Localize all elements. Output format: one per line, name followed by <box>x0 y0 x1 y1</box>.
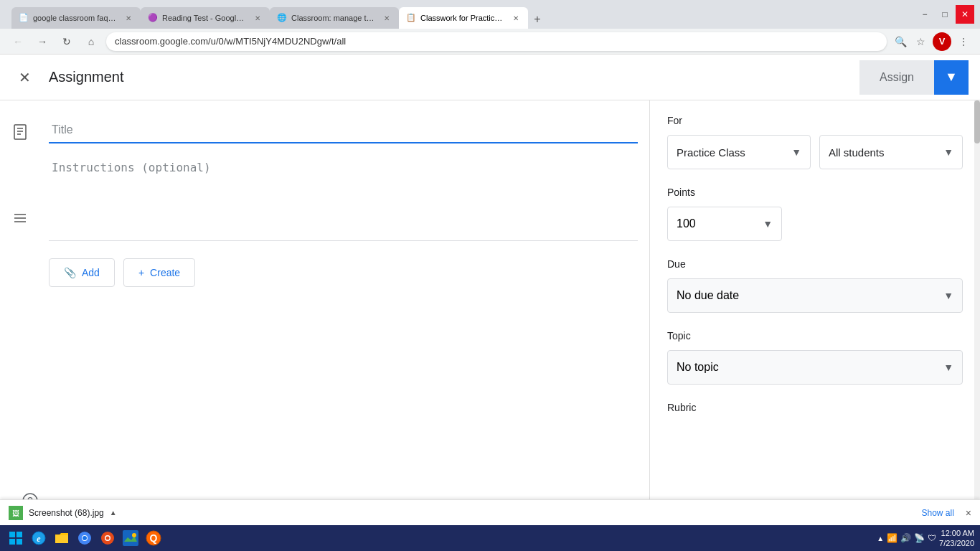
svg-rect-14 <box>17 539 22 545</box>
tabs-bar: 📄 google classroom faqs article.do ✕ 🟣 R… <box>11 0 913 29</box>
tab-1[interactable]: 📄 google classroom faqs article.do ✕ <box>11 7 141 29</box>
header-actions: Assign ▼ <box>859 60 969 95</box>
due-label: Due <box>667 258 963 270</box>
class-select[interactable]: Practice Class ▼ <box>667 135 811 169</box>
address-icons: 🔍 ☆ V ⋮ <box>892 32 971 51</box>
for-label: For <box>667 115 963 126</box>
add-button[interactable]: 📎 Add <box>49 258 115 287</box>
tray-network-icon: 📶 <box>887 533 897 543</box>
points-dropdown-arrow-icon: ▼ <box>763 218 773 230</box>
svg-rect-11 <box>9 532 15 537</box>
download-filename: Screenshot (68).jpg <box>29 508 104 518</box>
taskbar-tray: ▲ 📶 🔊 📡 🛡 12:00 AM 7/23/2020 <box>877 528 974 549</box>
download-close-button[interactable]: × <box>966 507 971 519</box>
action-buttons: 📎 Add + Create <box>49 253 638 293</box>
list-icon <box>6 204 34 232</box>
tray-signal-icon: 📡 <box>914 533 925 543</box>
new-tab-button[interactable]: + <box>528 10 547 29</box>
svg-point-23 <box>106 537 110 540</box>
start-button[interactable] <box>6 528 26 548</box>
address-bar: ← → ↻ ⌂ 🔍 ☆ V ⋮ <box>0 29 980 55</box>
show-all-button[interactable]: Show all <box>921 508 953 518</box>
svg-rect-13 <box>9 539 15 545</box>
menu-icon[interactable]: ⋮ <box>956 34 971 50</box>
tab-2[interactable]: 🟣 Reading Test - Google Forms ✕ <box>141 7 270 29</box>
landscape-icon[interactable] <box>121 528 141 548</box>
tray-hide-icon[interactable]: ▲ <box>877 534 884 542</box>
address-input[interactable] <box>106 32 887 51</box>
tab1-close[interactable]: ✕ <box>123 13 133 23</box>
tab-4[interactable]: 📋 Classwork for Practice Class ✕ <box>399 7 528 29</box>
right-panel: For Practice Class ▼ All students ▼ <box>650 100 980 525</box>
quicktime-icon[interactable]: Q <box>143 528 164 548</box>
tab3-title: Classroom: manage teaching an... <box>291 14 377 22</box>
title-input[interactable] <box>49 118 638 143</box>
tab-3[interactable]: 🌐 Classroom: manage teaching an... ✕ <box>270 7 399 29</box>
rubric-section: Rubric <box>667 402 963 413</box>
tab4-close[interactable]: ✕ <box>511 13 521 23</box>
taskbar-start: e <box>6 528 164 548</box>
close-window-button[interactable]: ✕ <box>956 5 974 24</box>
topic-select[interactable]: No topic ▼ <box>667 350 963 385</box>
svg-text:Q: Q <box>150 532 158 544</box>
tab1-title: google classroom faqs article.do <box>33 14 119 22</box>
svg-rect-17 <box>55 535 68 543</box>
minimize-button[interactable]: − <box>915 5 934 24</box>
class-value: Practice Class <box>677 146 745 159</box>
refresh-button[interactable]: ↻ <box>57 32 76 51</box>
home-button[interactable]: ⌂ <box>82 32 100 51</box>
left-panel: 📎 Add + Create <box>0 100 650 525</box>
svg-text:e: e <box>37 534 41 544</box>
folder-icon[interactable] <box>52 528 72 548</box>
scroll-thumb <box>974 100 980 143</box>
bookmark-icon[interactable]: ☆ <box>913 34 928 50</box>
rubric-label: Rubric <box>667 402 963 413</box>
search-icon[interactable]: 🔍 <box>892 34 908 50</box>
paperclip-icon: 📎 <box>64 267 76 278</box>
forward-button[interactable]: → <box>33 32 52 51</box>
points-select[interactable]: 100 ▼ <box>667 207 782 241</box>
due-value: No due date <box>677 289 739 302</box>
scrollbar[interactable] <box>974 100 980 525</box>
page-title: Assignment <box>49 69 848 85</box>
tab2-title: Reading Test - Google Forms <box>162 14 248 22</box>
user-avatar[interactable]: V <box>933 32 951 51</box>
form-area: 📎 Add + Create <box>49 112 638 514</box>
for-section: For Practice Class ▼ All students ▼ <box>667 115 963 169</box>
create-button[interactable]: + Create <box>123 258 195 287</box>
main-content: 📎 Add + Create For <box>0 100 980 525</box>
topic-value: No topic <box>677 361 719 374</box>
svg-text:🖼: 🖼 <box>12 509 19 517</box>
chromium-icon[interactable] <box>98 528 118 548</box>
left-icons <box>0 112 40 514</box>
assign-dropdown-button[interactable]: ▼ <box>934 60 969 95</box>
tab2-favicon: 🟣 <box>148 13 158 23</box>
instructions-input[interactable] <box>49 155 638 241</box>
close-assignment-button[interactable]: ✕ <box>11 65 37 90</box>
svg-rect-24 <box>123 530 138 546</box>
download-chevron-icon[interactable]: ▲ <box>110 509 117 517</box>
tab3-close[interactable]: ✕ <box>382 13 392 23</box>
ie-icon[interactable]: e <box>29 528 49 548</box>
points-value: 100 <box>677 217 696 230</box>
svg-point-20 <box>83 536 87 540</box>
restore-button[interactable]: □ <box>936 5 954 24</box>
chrome-icon[interactable] <box>75 528 95 548</box>
clock-time: 12:00 AM <box>939 528 974 538</box>
students-select[interactable]: All students ▼ <box>819 135 963 169</box>
svg-rect-0 <box>14 125 26 139</box>
tab4-title: Classwork for Practice Class <box>420 14 507 22</box>
taskbar: e <box>0 525 980 551</box>
system-clock[interactable]: 12:00 AM 7/23/2020 <box>939 528 974 549</box>
due-select[interactable]: No due date ▼ <box>667 278 963 313</box>
back-button[interactable]: ← <box>9 32 27 51</box>
topic-dropdown-arrow-icon: ▼ <box>943 362 953 373</box>
tab1-favicon: 📄 <box>19 13 29 23</box>
window-controls: − □ ✕ <box>915 5 974 24</box>
assign-button[interactable]: Assign <box>859 60 934 95</box>
due-section: Due No due date ▼ <box>667 258 963 313</box>
students-value: All students <box>829 146 885 159</box>
tab2-close[interactable]: ✕ <box>253 13 263 23</box>
assignment-icon <box>6 118 34 146</box>
dropdown-arrow-icon: ▼ <box>945 70 958 85</box>
